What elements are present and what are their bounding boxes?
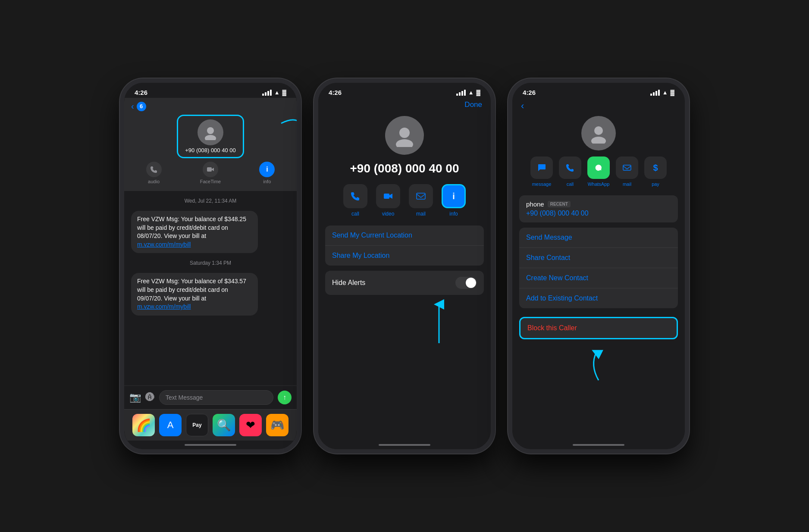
info-action[interactable]: i info (259, 162, 275, 184)
signal-bars-3 (650, 90, 660, 96)
done-button[interactable]: Done (464, 100, 482, 109)
send-button[interactable]: ↑ (278, 391, 292, 404)
video-label-2: video (382, 211, 395, 217)
pay-tile[interactable]: $ pay (644, 156, 667, 187)
whatsapp-tile[interactable]: WhatsApp (587, 156, 610, 187)
time-display-3: 4:26 (523, 89, 536, 96)
appstore-app[interactable]: A (159, 414, 182, 436)
svg-point-0 (207, 127, 214, 134)
call-action-2[interactable]: call (343, 184, 367, 217)
send-location-button[interactable]: Send My Current Location (325, 225, 484, 246)
apps-icon[interactable]: 🅐 (145, 392, 155, 403)
phone2: 4:26 ▲ ▓ Done (314, 78, 495, 454)
status-icons-3: ▲ ▓ (650, 89, 674, 96)
video-action-2[interactable]: video (376, 184, 400, 217)
mail-tile-label: mail (623, 182, 631, 187)
share-contact-button[interactable]: Share Contact (519, 248, 678, 268)
message-tile[interactable]: message (530, 156, 553, 187)
svg-rect-6 (417, 193, 425, 199)
call-tile[interactable]: call (559, 156, 581, 187)
s4 (464, 90, 466, 96)
side-button-3 (688, 143, 689, 169)
alerts-section: Hide Alerts (325, 271, 484, 295)
game-app[interactable]: 🎮 (266, 414, 288, 436)
whatsapp-icon (594, 163, 603, 172)
volume-down-button-3 (508, 158, 509, 175)
signal-bars-1 (262, 90, 272, 96)
message-bubble-2: Free VZW Msg: Your balance of $343.57 wi… (131, 273, 258, 315)
battery-icon-3: ▓ (671, 89, 674, 96)
phone3-wrapper: 4:26 ▲ ▓ ‹ (508, 78, 689, 454)
health-app[interactable]: ❤ (239, 414, 262, 436)
input-bar-1: 📷 🅐 Text Message ↑ (124, 385, 297, 409)
phone2-wrapper: 4:26 ▲ ▓ Done (314, 78, 495, 454)
svg-point-1 (205, 135, 216, 140)
s2 (459, 92, 461, 96)
facetime-icon (203, 162, 218, 177)
mail-icon-2 (409, 184, 433, 208)
audio-label: audio (148, 179, 160, 184)
signal-bar-2 (265, 92, 267, 96)
back-button-3[interactable]: ‹ (521, 100, 524, 111)
phone3-screen: 4:26 ▲ ▓ ‹ (512, 83, 685, 449)
svg-point-7 (594, 126, 603, 135)
share-location-button[interactable]: Share My Location (325, 246, 484, 266)
annotation-arrow-1 (277, 110, 297, 145)
mail-action-2[interactable]: mail (409, 184, 433, 217)
mail-tile-icon (616, 156, 638, 179)
phone2-header: Done (318, 98, 491, 112)
home-bar-2 (379, 444, 430, 446)
volume-down-button-2 (314, 158, 315, 175)
mail-tile[interactable]: mail (616, 156, 638, 187)
pay-tile-label: pay (652, 182, 659, 187)
time-display-2: 4:26 (329, 89, 342, 96)
applepay-app[interactable]: Pay (186, 414, 208, 436)
back-count-badge[interactable]: 6 (137, 102, 146, 111)
info-action-2[interactable]: i info (442, 184, 466, 217)
mail-label-2: mail (416, 211, 426, 217)
audio-action[interactable]: audio (146, 162, 162, 184)
photos-app[interactable]: 🌈 (132, 414, 155, 436)
block-caller-button[interactable]: Block this Caller (521, 318, 677, 338)
call-tile-label: call (567, 182, 574, 187)
create-contact-button[interactable]: Create New Contact (519, 268, 678, 288)
findmy-app[interactable]: 🔍 (213, 414, 235, 436)
contact-highlight-box: +90 (008) 000 40 00 (177, 115, 244, 158)
sb3 (655, 91, 657, 96)
camera-icon[interactable]: 📷 (129, 392, 141, 403)
contact-actions-1: audio FaceTime (131, 158, 290, 186)
s3 (461, 91, 463, 96)
message-bubble-1: Free VZW Msg: Your balance of $348.25 wi… (131, 211, 258, 253)
send-message-button[interactable]: Send Message (519, 228, 678, 248)
message-link-2[interactable]: m.vzw.com/m/mybill (137, 303, 191, 310)
message-link-1[interactable]: m.vzw.com/m/mybill (137, 241, 191, 248)
status-icons-1: ▲ ▓ (262, 89, 286, 96)
battery-icon-1: ▓ (282, 89, 286, 96)
phone3-header: ‹ (512, 98, 685, 116)
call-icon-2 (343, 184, 367, 208)
phone3: 4:26 ▲ ▓ ‹ (508, 78, 689, 454)
phone1-screen: 4:26 ▲ ▓ ‹ (124, 83, 297, 449)
status-icons-2: ▲ ▓ (456, 89, 480, 96)
phone1-wrapper: 4:26 ▲ ▓ ‹ (120, 78, 301, 454)
pay-tile-icon: $ (644, 156, 667, 179)
status-bar-1: 4:26 ▲ ▓ (124, 83, 297, 98)
message-text-1: Free VZW Msg: Your balance of $348.25 wi… (137, 216, 246, 248)
signal-bars-2 (456, 90, 466, 96)
hide-alerts-toggle[interactable] (455, 277, 477, 289)
wifi-icon-1: ▲ (274, 89, 280, 96)
messages-area-1[interactable]: Wed, Jul 22, 11:34 AM Free VZW Msg: Your… (124, 191, 297, 385)
back-chevron-1[interactable]: ‹ (131, 101, 134, 111)
app-dock-1: 🌈 A Pay 🔍 ❤ 🎮 (124, 409, 297, 441)
message-input[interactable]: Text Message (159, 390, 273, 405)
add-to-existing-button[interactable]: Add to Existing Contact (519, 288, 678, 308)
sb2 (653, 92, 655, 96)
signal-bar-4 (270, 90, 272, 96)
status-bar-3: 4:26 ▲ ▓ (512, 83, 685, 98)
phone-number-3[interactable]: +90 (008) 000 40 00 (526, 210, 671, 217)
facetime-action[interactable]: FaceTime (200, 162, 221, 184)
phone-section-3: phone RECENT +90 (008) 000 40 00 (519, 195, 678, 222)
silent-switch-3 (508, 117, 509, 130)
avatar-person-icon-3 (588, 123, 609, 144)
blue-arrow-svg-3 (581, 348, 616, 382)
